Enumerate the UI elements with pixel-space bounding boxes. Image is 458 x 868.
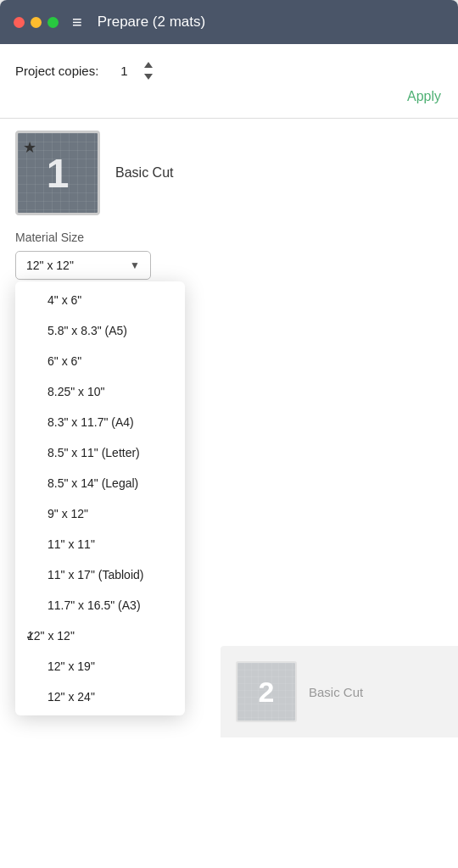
dropdown-item-label-4: 8.3" x 11.7" (A4) — [47, 415, 134, 429]
svg-marker-1 — [144, 74, 153, 80]
mat2-thumbnail: 2 — [236, 661, 297, 722]
mat2-section: 2 Basic Cut — [221, 646, 458, 737]
spinner-arrows — [141, 59, 156, 82]
project-copies-label: Project copies: — [15, 64, 98, 78]
dropdown-item-12[interactable]: 12" x 19" — [15, 651, 185, 682]
checkmark-icon: ✓ — [25, 629, 36, 643]
spinner-up-button[interactable] — [141, 59, 156, 70]
dropdown-item-label-9: 11" x 17" (Tabloid) — [47, 568, 143, 581]
dropdown-item-label-8: 11" x 11" — [47, 537, 95, 551]
dropdown-item-13[interactable]: 12" x 24" — [15, 682, 185, 712]
material-size-label: Material Size — [15, 231, 443, 244]
dropdown-item-6[interactable]: 8.5" x 14" (Legal) — [15, 468, 185, 498]
material-size-dropdown[interactable]: 12" x 12" ▼ — [15, 251, 151, 280]
hamburger-icon[interactable]: ≡ — [72, 14, 82, 31]
dropdown-item-11[interactable]: ✓ 12" x 12" — [15, 620, 185, 651]
dropdown-menu: 4" x 6" 5.8" x 8.3" (A5) 6" x 6" 8.25" x… — [15, 281, 185, 715]
apply-button[interactable]: Apply — [405, 86, 443, 108]
dropdown-item-0[interactable]: 4" x 6" — [15, 285, 185, 315]
dropdown-item-label-3: 8.25" x 10" — [47, 385, 105, 398]
svg-marker-0 — [144, 62, 153, 68]
mat2-grid — [237, 663, 295, 721]
window-controls — [14, 17, 59, 28]
spinner-down-button[interactable] — [141, 71, 156, 82]
mat1-number: 1 — [47, 150, 70, 197]
dropdown-item-label-10: 11.7" x 16.5" (A3) — [47, 598, 141, 612]
mat1-label: Basic Cut — [115, 165, 173, 181]
title-bar: ≡ Prepare (2 mats) — [0, 0, 458, 44]
dropdown-item-label-12: 12" x 19" — [47, 659, 95, 673]
dropdown-item-label-6: 8.5" x 14" (Legal) — [47, 476, 138, 490]
dropdown-item-7[interactable]: 9" x 12" — [15, 498, 185, 529]
dropdown-item-label-1: 5.8" x 8.3" (A5) — [47, 324, 127, 337]
material-size-section: Material Size 12" x 12" ▼ 4" x 6" 5.8" x… — [0, 222, 458, 280]
dropdown-item-2[interactable]: 6" x 6" — [15, 346, 185, 376]
dropdown-item-8[interactable]: 11" x 11" — [15, 529, 185, 559]
dropdown-item-label-0: 4" x 6" — [47, 293, 81, 307]
mat2-label: Basic Cut — [309, 685, 363, 699]
mat1-section: ★ 1 Basic Cut — [0, 119, 458, 222]
dropdown-item-4[interactable]: 8.3" x 11.7" (A4) — [15, 407, 185, 437]
dropdown-item-3[interactable]: 8.25" x 10" — [15, 376, 185, 407]
dropdown-item-label-2: 6" x 6" — [47, 354, 81, 368]
apply-row: Apply — [0, 82, 458, 118]
dropdown-item-10[interactable]: 11.7" x 16.5" (A3) — [15, 590, 185, 620]
dropdown-item-label-5: 8.5" x 11" (Letter) — [47, 446, 140, 459]
project-copies-spinner: 1 — [112, 59, 156, 82]
dropdown-item-5[interactable]: 8.5" x 11" (Letter) — [15, 437, 185, 468]
project-copies-row: Project copies: 1 — [0, 44, 458, 82]
material-size-dropdown-wrapper: 12" x 12" ▼ 4" x 6" 5.8" x 8.3" (A5) 6" … — [15, 251, 151, 280]
project-copies-value: 1 — [112, 64, 136, 78]
dropdown-item-9[interactable]: 11" x 17" (Tabloid) — [15, 559, 185, 590]
chevron-down-icon: ▼ — [130, 259, 140, 271]
dropdown-item-label-13: 12" x 24" — [47, 690, 95, 704]
maximize-button[interactable] — [47, 17, 59, 28]
page-title: Prepare (2 mats) — [98, 14, 206, 31]
dropdown-selected-value: 12" x 12" — [26, 259, 74, 272]
mat1-thumbnail: ★ 1 — [15, 131, 100, 215]
dropdown-item-label-7: 9" x 12" — [47, 507, 88, 520]
minimize-button[interactable] — [31, 17, 42, 28]
mat-star-icon: ★ — [23, 138, 36, 157]
close-button[interactable] — [14, 17, 25, 28]
dropdown-item-1[interactable]: 5.8" x 8.3" (A5) — [15, 315, 185, 346]
